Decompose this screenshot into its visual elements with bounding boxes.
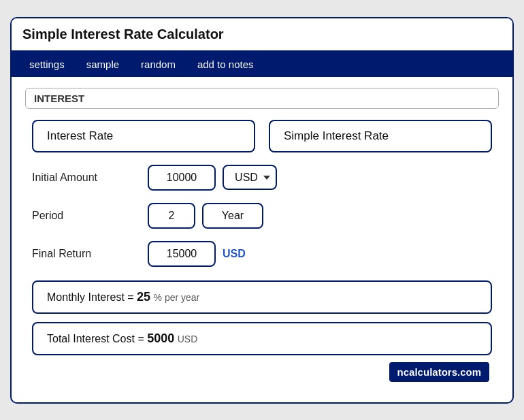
page-title: Simple Interest Rate Calculator (22, 27, 502, 42)
nav-settings[interactable]: settings (18, 52, 76, 77)
monthly-interest-label: Monthly Interest (47, 291, 125, 303)
total-interest-unit: USD (178, 334, 198, 344)
result-boxes: Monthly Interest = 25 % per year Total I… (25, 280, 499, 355)
total-interest-symbol: = (137, 333, 147, 344)
nav-sample[interactable]: sample (76, 52, 130, 77)
field-headers: Interest Rate Simple Interest Rate (25, 120, 499, 152)
period-label: Period (32, 210, 148, 222)
calculator-container: Simple Interest Rate Calculator settings… (10, 17, 514, 404)
final-return-label: Final Return (32, 248, 148, 260)
period-inputs (148, 203, 263, 229)
initial-amount-label: Initial Amount (32, 172, 148, 184)
footer: ncalculators.com (25, 355, 499, 389)
monthly-interest-result: Monthly Interest = 25 % per year (32, 280, 492, 314)
section-label: INTEREST (25, 88, 499, 109)
total-interest-result: Total Interest Cost = 5000 USD (32, 322, 492, 355)
total-interest-label: Total Interest Cost (47, 333, 135, 344)
content-area: INTEREST Interest Rate Simple Interest R… (12, 77, 512, 402)
form-rows: Initial Amount USD EUR GBP Period (25, 165, 499, 267)
initial-amount-input[interactable] (148, 165, 216, 191)
simple-interest-rate-header: Simple Interest Rate (269, 120, 492, 152)
initial-amount-inputs: USD EUR GBP (148, 165, 277, 191)
final-return-row: Final Return USD (32, 241, 492, 267)
period-row: Period (32, 203, 492, 229)
interest-rate-header: Interest Rate (32, 120, 255, 152)
initial-amount-row: Initial Amount USD EUR GBP (32, 165, 492, 191)
monthly-interest-value: 25 (137, 290, 150, 304)
nav-add-to-notes[interactable]: add to notes (186, 52, 265, 77)
brand-badge: ncalculators.com (389, 362, 489, 382)
total-interest-value: 5000 (147, 332, 174, 345)
nav-random[interactable]: random (130, 52, 186, 77)
monthly-interest-symbol: = (127, 291, 137, 303)
title-bar: Simple Interest Rate Calculator (12, 18, 512, 52)
final-return-unit: USD (223, 248, 246, 260)
final-return-inputs: USD (148, 241, 246, 267)
currency-select[interactable]: USD EUR GBP (223, 165, 277, 190)
period-unit-input (202, 203, 263, 229)
period-input[interactable] (148, 203, 195, 229)
monthly-interest-unit: % per year (154, 292, 200, 303)
final-return-input[interactable] (148, 241, 216, 267)
nav-bar: settings sample random add to notes (12, 52, 512, 77)
